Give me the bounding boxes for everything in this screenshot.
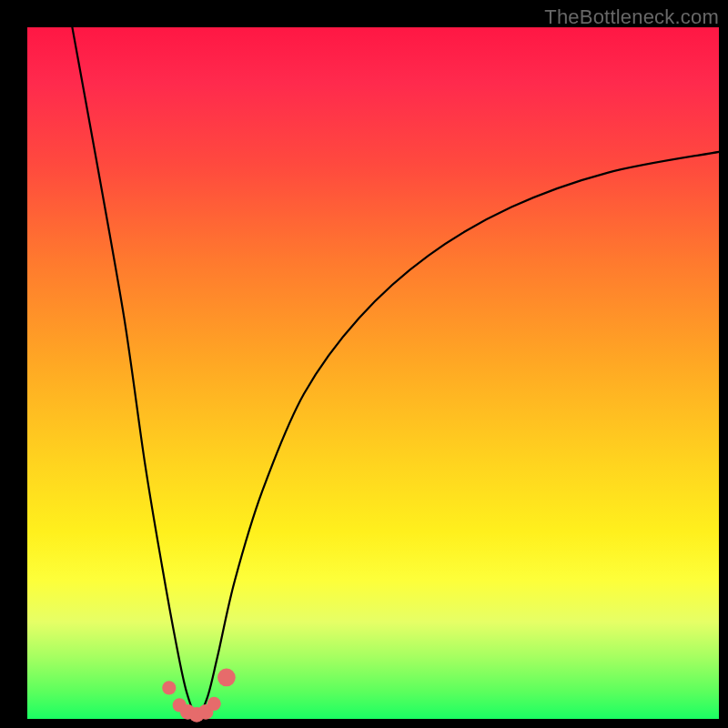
valley-marker-0: [162, 681, 176, 694]
attribution-text: TheBottleneck.com: [544, 5, 719, 29]
chart-stage: TheBottleneck.com: [0, 0, 728, 728]
bottleneck-curve: [72, 27, 727, 715]
curve-layer: [27, 27, 719, 719]
valley-marker-6: [217, 669, 236, 687]
valley-markers-group: [162, 669, 236, 723]
plot-area: [27, 27, 719, 719]
valley-marker-5: [207, 697, 221, 711]
